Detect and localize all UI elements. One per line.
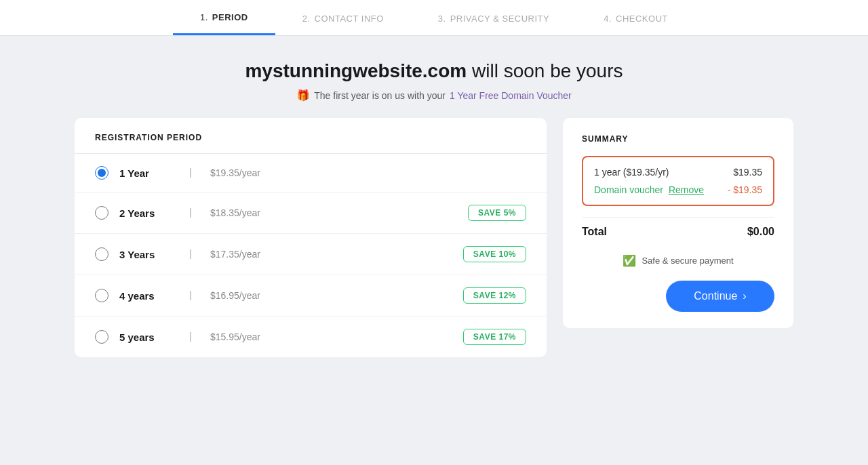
main-layout: REGISTRATION PERIOD 1 Year $19.35/year 2… bbox=[61, 118, 807, 357]
summary-period-value: $19.35 bbox=[733, 167, 762, 178]
option-4years[interactable]: 4 years $16.95/year SAVE 12% bbox=[75, 275, 547, 317]
step-num-4: 4. bbox=[604, 14, 612, 24]
step-period[interactable]: 1. PERIOD bbox=[173, 0, 275, 35]
hero-title-suffix: will soon be yours bbox=[467, 60, 623, 81]
option-5years[interactable]: 5 years $15.95/year SAVE 17% bbox=[75, 317, 547, 357]
radio-2years[interactable] bbox=[95, 206, 108, 220]
price-5years: $15.95/year bbox=[210, 331, 452, 342]
option-1year[interactable]: 1 Year $19.35/year bbox=[75, 154, 547, 193]
radio-5years[interactable] bbox=[95, 330, 108, 344]
summary-box: 1 year ($19.35/yr) $19.35 Domain voucher… bbox=[582, 156, 774, 206]
radio-4years[interactable] bbox=[95, 289, 108, 302]
registration-options: 1 Year $19.35/year 2 Years $18.35/year S… bbox=[75, 154, 547, 357]
radio-3years[interactable] bbox=[95, 247, 108, 261]
summary-total-label: Total bbox=[582, 226, 607, 238]
divider bbox=[190, 291, 191, 300]
divider bbox=[190, 168, 191, 178]
save-badge-3years: SAVE 10% bbox=[463, 246, 526, 262]
secure-payment: ✅ Safe & secure payment bbox=[582, 254, 774, 267]
save-badge-4years: SAVE 12% bbox=[463, 287, 526, 304]
label-2years: 2 Years bbox=[119, 207, 174, 219]
summary-voucher-row: Domain voucher Remove - $19.35 bbox=[594, 184, 762, 195]
divider bbox=[190, 332, 191, 342]
voucher-link[interactable]: 1 Year Free Domain Voucher bbox=[450, 90, 572, 101]
domain-name: mystunningwebsite.com bbox=[245, 60, 467, 81]
summary-period-label: 1 year ($19.35/yr) bbox=[594, 167, 669, 178]
price-3years: $17.35/year bbox=[210, 249, 452, 260]
summary-voucher-left: Domain voucher Remove bbox=[594, 184, 704, 195]
stepper: 1. PERIOD 2. CONTACT INFO 3. PRIVACY & S… bbox=[0, 0, 868, 36]
summary-voucher-value: - $19.35 bbox=[728, 184, 762, 195]
price-2years: $18.35/year bbox=[210, 207, 457, 218]
step-privacy[interactable]: 3. PRIVACY & SECURITY bbox=[411, 0, 576, 35]
step-label-contact: CONTACT INFO bbox=[315, 14, 384, 24]
save-badge-5years: SAVE 17% bbox=[463, 329, 526, 345]
summary-total-row: Total $0.00 bbox=[582, 217, 774, 247]
divider bbox=[190, 208, 191, 218]
save-badge-2years: SAVE 5% bbox=[468, 205, 526, 221]
shield-icon: ✅ bbox=[623, 254, 636, 267]
option-2years[interactable]: 2 Years $18.35/year SAVE 5% bbox=[75, 193, 547, 234]
chevron-right-icon: › bbox=[743, 290, 746, 302]
divider bbox=[190, 249, 191, 259]
price-4years: $16.95/year bbox=[210, 290, 452, 301]
label-3years: 3 Years bbox=[119, 249, 174, 260]
radio-1year[interactable] bbox=[95, 166, 108, 180]
step-num-3: 3. bbox=[438, 14, 446, 24]
remove-voucher-button[interactable]: Remove bbox=[669, 184, 704, 195]
subtitle-prefix: The first year is on us with your bbox=[314, 90, 446, 101]
registration-card: REGISTRATION PERIOD 1 Year $19.35/year 2… bbox=[75, 118, 547, 357]
step-num-2: 2. bbox=[302, 14, 311, 24]
step-contact-info[interactable]: 2. CONTACT INFO bbox=[275, 0, 411, 35]
label-5years: 5 years bbox=[119, 331, 174, 343]
price-1year: $19.35/year bbox=[210, 167, 526, 178]
option-3years[interactable]: 3 Years $17.35/year SAVE 10% bbox=[75, 234, 547, 275]
secure-text: Safe & secure payment bbox=[642, 256, 733, 266]
summary-voucher-label: Domain voucher bbox=[594, 184, 663, 195]
summary-total-value: $0.00 bbox=[747, 226, 774, 238]
step-label-privacy: PRIVACY & SECURITY bbox=[450, 14, 550, 24]
summary-card: SUMMARY 1 year ($19.35/yr) $19.35 Domain… bbox=[563, 118, 793, 328]
continue-button[interactable]: Continue › bbox=[666, 281, 774, 312]
step-num-1: 1. bbox=[200, 12, 208, 22]
step-checkout[interactable]: 4. CHECKOUT bbox=[576, 0, 695, 35]
step-label-period: PERIOD bbox=[212, 12, 248, 22]
summary-title: SUMMARY bbox=[582, 134, 774, 144]
hero-subtitle: 🎁 The first year is on us with your 1 Ye… bbox=[245, 89, 623, 102]
hero-section: mystunningwebsite.com will soon be yours… bbox=[245, 60, 623, 102]
summary-period-row: 1 year ($19.35/yr) $19.35 bbox=[594, 167, 762, 178]
gift-icon: 🎁 bbox=[296, 89, 310, 102]
label-1year: 1 Year bbox=[119, 167, 174, 179]
label-4years: 4 years bbox=[119, 290, 174, 302]
hero-title: mystunningwebsite.com will soon be yours bbox=[245, 60, 623, 82]
step-label-checkout: CHECKOUT bbox=[616, 14, 668, 24]
continue-label: Continue bbox=[694, 290, 737, 302]
registration-header: REGISTRATION PERIOD bbox=[75, 118, 547, 154]
